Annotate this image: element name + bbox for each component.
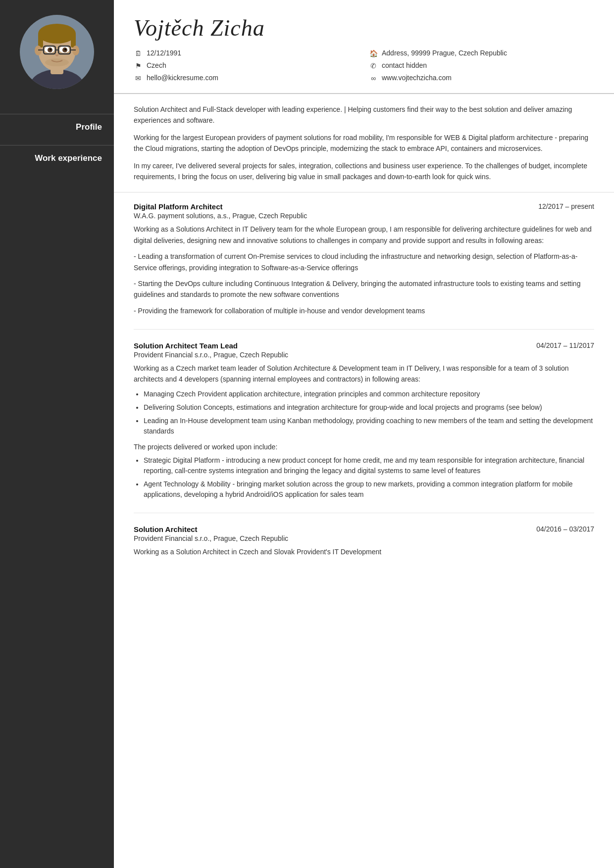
job-after-bullets-text-2: The projects delivered or worked upon in… (134, 441, 594, 452)
sidebar-sections: Profile Work experience (0, 99, 114, 171)
profile-para-2: Working for the largest European provide… (134, 132, 594, 154)
avatar (20, 15, 94, 89)
phone-item: ✆ contact hidden (369, 60, 594, 71)
job-company-1: W.A.G. payment solutions, a.s., Prague, … (134, 212, 594, 220)
profile-text: Solution Architect and Full-Stack develo… (134, 104, 594, 182)
job-entry-3: Solution Architect 04/2016 – 03/2017 Pro… (134, 525, 594, 567)
job-title-3: Solution Architect (134, 525, 198, 533)
job-desc-para-2: Working as a Czech market team leader of… (134, 363, 594, 385)
svg-point-14 (64, 48, 66, 50)
phone-value: contact hidden (382, 60, 427, 71)
phone-icon: ✆ (369, 61, 378, 70)
sidebar-profile-label: Profile (0, 114, 114, 140)
job-bullet-2-0: Managing Czech Provident application arc… (144, 389, 594, 399)
email-item: ✉ hello@kickresume.com (134, 73, 359, 83)
job-header-3: Solution Architect 04/2016 – 03/2017 (134, 525, 594, 533)
header: Vojtěch Zicha 🗓 12/12/1991 🏠 Address, 99… (114, 0, 614, 94)
job-header-1: Digital Platform Architect 12/2017 – pre… (134, 202, 594, 211)
job-desc-para-1: Working as a Solutions Architect in IT D… (134, 224, 594, 246)
profile-para-3: In my career, I've delivered several pro… (134, 160, 594, 183)
nationality-value: Czech (147, 60, 166, 71)
svg-point-20 (45, 58, 69, 66)
job-bullet-2-2: Leading an In-House development team usi… (144, 416, 594, 436)
dob-value: 12/12/1991 (147, 48, 181, 58)
job-header-2: Solution Architect Team Lead 04/2017 – 1… (134, 341, 594, 350)
nationality-item: ⚑ Czech (134, 60, 359, 71)
job-after-bullet-2-0: Strategic Digital Platform - introducing… (144, 455, 594, 476)
job-bullet-1-0: - Leading a transformation of current On… (134, 251, 594, 273)
profile-section: Solution Architect and Full-Stack develo… (114, 94, 614, 193)
job-company-3: Provident Financial s.r.o., Prague, Czec… (134, 534, 594, 542)
job-desc-3: Working as a Solution Architect in Czech… (134, 546, 594, 557)
job-entry-1: Digital Platform Architect 12/2017 – pre… (134, 202, 594, 330)
job-dates-1: 12/2017 – present (538, 202, 594, 210)
web-icon: ∞ (369, 74, 378, 83)
svg-point-4 (38, 24, 76, 44)
main-content: Vojtěch Zicha 🗓 12/12/1991 🏠 Address, 99… (114, 0, 614, 868)
svg-rect-5 (38, 34, 43, 48)
job-after-bullet-2-1: Agent Technology & Mobility - bringing m… (144, 479, 594, 500)
job-bullet-1-1: - Starting the DevOps culture including … (134, 278, 594, 300)
email-value: hello@kickresume.com (147, 73, 218, 83)
job-dates-2: 04/2017 – 11/2017 (536, 341, 594, 349)
job-desc-2: Working as a Czech market team leader of… (134, 363, 594, 500)
address-value: Address, 99999 Prague, Czech Republic (382, 48, 507, 58)
job-entry-2: Solution Architect Team Lead 04/2017 – 1… (134, 341, 594, 513)
work-experience-section: Digital Platform Architect 12/2017 – pre… (114, 193, 614, 589)
job-bullet-2-1: Delivering Solution Concepts, estimation… (144, 402, 594, 413)
flag-icon: ⚑ (134, 61, 143, 70)
sidebar: Profile Work experience (0, 0, 114, 868)
website-value: www.vojtechzicha.com (382, 73, 452, 83)
job-bullet-1-2: - Providing the framework for collaborat… (134, 305, 594, 316)
profile-para-1: Solution Architect and Full-Stack develo… (134, 104, 594, 126)
job-desc-1: Working as a Solutions Architect in IT D… (134, 224, 594, 316)
job-bullet-list-1: - Leading a transformation of current On… (134, 251, 594, 316)
dob-item: 🗓 12/12/1991 (134, 48, 359, 58)
job-bullet-list-2: Managing Czech Provident application arc… (144, 389, 594, 436)
svg-rect-6 (71, 34, 76, 48)
job-company-2: Provident Financial s.r.o., Prague, Czec… (134, 351, 594, 359)
candidate-name: Vojtěch Zicha (134, 15, 594, 41)
email-icon: ✉ (134, 74, 143, 83)
home-icon: 🏠 (369, 49, 378, 58)
svg-point-13 (50, 48, 51, 50)
contact-grid: 🗓 12/12/1991 🏠 Address, 99999 Prague, Cz… (134, 48, 594, 83)
calendar-icon: 🗓 (134, 49, 143, 58)
job-after-bullet-list-2: Strategic Digital Platform - introducing… (144, 455, 594, 500)
job-dates-3: 04/2016 – 03/2017 (536, 525, 594, 533)
job-title-1: Digital Platform Architect (134, 202, 222, 211)
job-desc-para-3: Working as a Solution Architect in Czech… (134, 546, 594, 557)
website-item: ∞ www.vojtechzicha.com (369, 73, 594, 83)
job-title-2: Solution Architect Team Lead (134, 341, 238, 350)
avatar-container (0, 0, 114, 99)
sidebar-work-experience-label: Work experience (0, 145, 114, 171)
address-item: 🏠 Address, 99999 Prague, Czech Republic (369, 48, 594, 58)
